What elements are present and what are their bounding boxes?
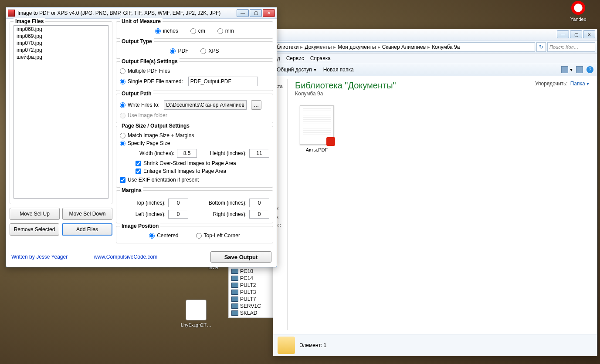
image-position-group: Image Position Centered Top-Left Corner [116, 226, 273, 243]
help-icon: ? [586, 66, 593, 73]
explorer-address-bar: блиотеки▸ Документы▸ Мои документы▸ Скан… [273, 40, 597, 54]
list-item[interactable]: imp068.jpg [14, 26, 108, 33]
page-size-group: Page Size / Output Settings Match Image … [116, 126, 273, 188]
share-button[interactable]: Общий доступ ▾ [277, 67, 316, 73]
unit-inches-radio[interactable]: inches [155, 28, 178, 34]
breadcrumb-item[interactable]: Колумба 9а [432, 44, 460, 50]
menu-item[interactable]: Сервис [286, 55, 304, 61]
unit-cm-radio[interactable]: cm [190, 28, 205, 34]
margin-bottom-label: Bottom (inches): [201, 200, 247, 206]
app-titlebar[interactable]: Image to PDF or XPS v4.0 (JPG, PNG, BMP,… [6, 7, 277, 19]
help-button[interactable]: ? [586, 66, 593, 73]
preview-pane-button[interactable] [576, 66, 583, 73]
enlarge-checkbox[interactable]: Enlarge Small Images to Page Area [136, 168, 269, 174]
app-icon [8, 10, 15, 17]
search-input[interactable]: Поиск: Кол… [547, 42, 595, 52]
margin-top-input[interactable] [168, 199, 188, 207]
list-item[interactable]: imp070.jpg [14, 40, 108, 47]
group-label: Image Files [14, 18, 45, 24]
multi-pdf-radio[interactable]: Multiple PDF Files [120, 68, 269, 74]
file-item[interactable]: Акты.PDF [295, 105, 339, 152]
browse-button[interactable]: … [251, 100, 261, 110]
list-item[interactable]: imp072.jpg [14, 47, 108, 54]
margin-bottom-input[interactable] [249, 199, 269, 207]
minimize-button[interactable]: — [237, 9, 249, 17]
explorer-content: Библиотека "Документы" Колумба 9а Упоряд… [287, 76, 597, 334]
maximize-button[interactable]: ▢ [250, 9, 262, 17]
margin-left-label: Left (inches): [120, 211, 166, 217]
author-link[interactable]: Written by Jesse Yeager [11, 254, 68, 260]
exif-checkbox[interactable]: Use EXIF orientation if present [120, 177, 269, 183]
margin-top-label: Top (inches): [120, 200, 166, 206]
group-label: Output Path [120, 91, 153, 97]
refresh-button[interactable]: ↻ [536, 42, 546, 52]
breadcrumb-item[interactable]: Сканер Алимпиев [382, 44, 426, 50]
single-pdf-radio[interactable]: Single PDF File named: [120, 78, 183, 84]
chevron-right-icon: ▸ [427, 44, 430, 50]
explorer-menu-bar: ід Сервис Справка [273, 54, 597, 63]
arrange-dropdown[interactable]: Папка ▾ [570, 81, 589, 87]
margin-right-label: Right (inches): [201, 211, 247, 217]
image-to-pdf-window: Image to PDF or XPS v4.0 (JPG, PNG, BMP,… [6, 7, 277, 267]
breadcrumb-item[interactable]: блиотеки [277, 44, 298, 50]
chevron-right-icon: ▸ [378, 44, 380, 50]
website-link[interactable]: www.CompulsiveCode.com [94, 254, 157, 260]
output-xps-radio[interactable]: XPS [200, 48, 219, 54]
width-input[interactable] [177, 149, 197, 158]
computer-icon [231, 269, 238, 274]
maximize-button[interactable]: ▢ [570, 30, 582, 38]
output-path-group: Output Path Write Files to: … Use image … [116, 94, 273, 123]
output-path-input[interactable] [164, 100, 247, 110]
centered-radio[interactable]: Centered [149, 233, 178, 239]
desktop-icon-label: LhyE-zgh2T… [179, 322, 214, 327]
topleft-radio[interactable]: Top-Left Corner [196, 233, 240, 239]
shrink-checkbox[interactable]: Shrink Over-Sized Images to Page Area [136, 160, 269, 166]
margins-group: Margins Top (inches): Bottom (inches): L… [116, 190, 273, 223]
move-down-button[interactable]: Move Sel Down [62, 208, 112, 220]
explorer-titlebar[interactable]: — ▢ ✕ [273, 29, 597, 40]
add-files-button[interactable]: Add Files [62, 223, 112, 236]
close-button[interactable]: ✕ [263, 9, 275, 17]
output-files-group: Output File(s) Settings Multiple PDF Fil… [116, 61, 273, 91]
height-input[interactable] [249, 149, 269, 158]
arrange-label: Упорядочить: [535, 81, 568, 87]
unit-mm-radio[interactable]: mm [217, 28, 234, 34]
remove-selected-button[interactable]: Remove Selected [10, 223, 59, 236]
computer-icon [231, 283, 238, 288]
breadcrumb-item[interactable]: Мои документы [338, 44, 376, 50]
write-to-radio[interactable]: Write Files to: [120, 102, 159, 108]
margin-left-input[interactable] [168, 210, 188, 219]
view-button[interactable]: ▾ [561, 66, 573, 73]
height-label: Height (inches): [201, 150, 247, 156]
file-icon [186, 300, 207, 320]
use-image-folder-radio[interactable]: Use image folder [120, 112, 269, 118]
unit-of-measure-group: Unit of Measure inches cm mm [116, 21, 273, 39]
list-item[interactable]: imp069.jpg [14, 33, 108, 40]
breadcrumb-item[interactable]: Документы [305, 44, 332, 50]
group-label: Image Position [120, 223, 160, 229]
margin-right-input[interactable] [249, 210, 269, 219]
output-pdf-radio[interactable]: PDF [170, 48, 188, 54]
match-size-radio[interactable]: Match Image Size + Margins [120, 132, 269, 138]
close-button[interactable]: ✕ [583, 30, 595, 38]
desktop-icon-label: Yandex [561, 17, 596, 22]
computer-icon [231, 290, 238, 295]
chevron-right-icon: ▸ [300, 44, 303, 50]
pane-icon [576, 66, 583, 73]
list-item[interactable]: шейфа.jpg [14, 54, 108, 61]
breadcrumb[interactable]: блиотеки▸ Документы▸ Мои документы▸ Скан… [275, 42, 535, 52]
minimize-button[interactable]: — [557, 30, 569, 38]
save-output-button[interactable]: Save Output [210, 251, 271, 263]
library-title: Библиотека "Документы" [295, 81, 396, 91]
menu-item[interactable]: Справка [310, 55, 331, 61]
move-up-button[interactable]: Move Sel Up [10, 208, 60, 220]
desktop-icon-lhye[interactable]: LhyE-zgh2T… [179, 300, 214, 327]
desktop-icon-yandex[interactable]: Yandex [561, 1, 596, 22]
computer-icon [231, 276, 238, 281]
pdf-name-input[interactable] [188, 77, 258, 86]
specify-size-radio[interactable]: Specify Page Size [120, 140, 269, 146]
new-folder-button[interactable]: Новая папка [323, 67, 354, 73]
file-name: Акты.PDF [295, 147, 339, 152]
file-list[interactable]: imp068.jpg imp069.jpg imp070.jpg imp072.… [14, 25, 108, 199]
group-label: Output File(s) Settings [120, 58, 180, 64]
